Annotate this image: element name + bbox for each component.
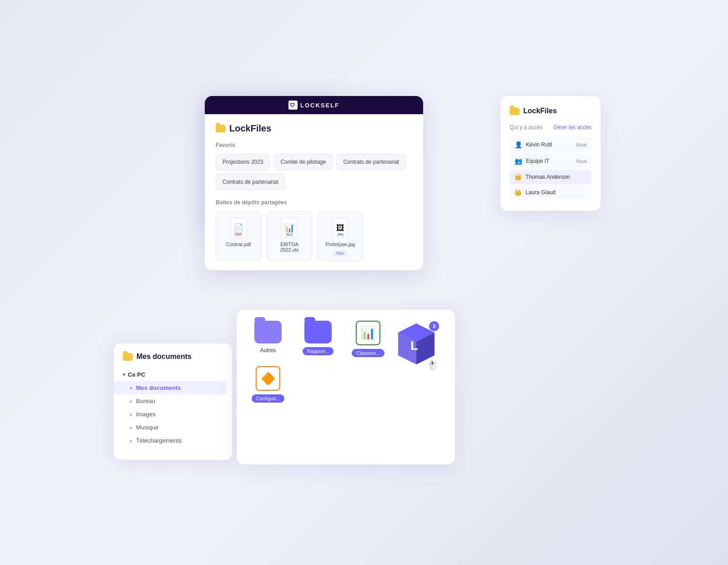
xls-icon: 📊 — [281, 218, 298, 238]
deposit-filename-pdf: Contrat.pdf — [226, 242, 251, 247]
logo-shield-icon: 🛡 — [288, 101, 298, 110]
access-panel-title-row: LockFiles — [510, 107, 592, 115]
access-item-equipe: 👥 Equipe IT Vous — [510, 153, 592, 169]
chevron-down-icon: ▾ — [123, 372, 125, 377]
tree-child-bureau[interactable]: ▸ Bureau — [114, 394, 232, 408]
access-list: 👤 Kévin Rutil Vous 👥 Equipe IT Vous 👑 Th… — [510, 137, 592, 200]
deposit-grid: 📄 Contrat.pdf 📊 EBITDA 2022.xls 🖼 Protot… — [216, 211, 412, 261]
lockself-3d-drop-zone: L 🖱️ 3 — [396, 319, 441, 373]
modal-title: LockFiles — [229, 123, 271, 134]
deposit-card-pdf[interactable]: 📄 Contrat.pdf — [216, 211, 261, 261]
pdf-icon: 📄 — [230, 218, 247, 238]
mes-docs-folder-icon — [123, 353, 133, 361]
file-item-classem[interactable]: 📊 Classem... — [348, 321, 389, 357]
fav-item-contrats1[interactable]: Contrats de partenariat — [336, 154, 406, 170]
chevron-right-icon-4: ▸ — [130, 439, 132, 443]
modal-body: LockFiles Favoris Projections 2023 Comit… — [205, 114, 423, 270]
access-header: Qui y a accès Gérer les accès — [510, 124, 592, 131]
favorites-label: Favoris — [216, 142, 412, 148]
lockself-logo: 🛡 LOCKSELF — [288, 101, 339, 110]
vous-badge-kevin: Vous — [576, 142, 587, 147]
user-name-equipe: Equipe IT — [526, 158, 549, 164]
tree-parent-cepc[interactable]: ▾ Ce PC — [114, 368, 232, 381]
user-info-laura: 👑 Laura Giaud — [514, 189, 556, 196]
vous-badge-equipe: Vous — [576, 158, 587, 164]
tree-child-images[interactable]: ▸ Images — [114, 408, 232, 421]
access-item-laura: 👑 Laura Giaud — [510, 185, 592, 200]
mes-docs-title-row: Mes documents — [114, 353, 232, 368]
modal-folder-icon — [216, 125, 226, 132]
user-info-thomas: 👑 Thomas Anderson — [514, 173, 570, 181]
who-label: Qui y a accès — [510, 124, 543, 131]
manage-access-link[interactable]: Gérer les accès — [553, 124, 592, 131]
tree-child-telechargements[interactable]: ▸ Téléchargements — [114, 434, 232, 447]
modal-header: 🛡 LOCKSELF — [205, 96, 423, 114]
svg-text:L: L — [410, 338, 418, 353]
modal-title-row: LockFiles — [216, 123, 412, 134]
chevron-right-icon-2: ▸ — [130, 412, 132, 417]
orange-file-icon: 🔶 — [256, 366, 280, 391]
group-icon: 👥 — [514, 157, 522, 165]
access-panel-title: LockFiles — [523, 107, 557, 115]
file-item-config[interactable]: 🔶 Configuti... — [248, 366, 288, 403]
file-badge-config: Configuti... — [252, 394, 285, 403]
user-name-thomas: Thomas Anderson — [526, 174, 570, 180]
file-badge-classem: Classem... — [352, 349, 384, 357]
xls-file-icon: 📊 — [356, 321, 380, 345]
deposit-label: Boites de dépôts partagées — [216, 199, 412, 206]
tree-child-mes-docs[interactable]: ▸ Mes documents — [114, 381, 227, 394]
crown-icon-thomas: 👑 — [514, 173, 522, 181]
drag-cursor-icon: 🖱️ — [426, 358, 440, 372]
user-info-equipe: 👥 Equipe IT — [514, 157, 549, 165]
file-item-autres[interactable]: Autres — [248, 321, 288, 353]
file-item-rapport[interactable]: Rapport... — [298, 321, 339, 355]
deposit-card-img[interactable]: 🖼 Prototype.jpg filter — [318, 211, 363, 261]
deposit-card-xls[interactable]: 📊 EBITDA 2022.xls — [267, 211, 312, 261]
user-info-kevin: 👤 Kévin Rutil — [514, 141, 552, 149]
chevron-right-icon-3: ▸ — [130, 425, 132, 430]
user-name-kevin: Kévin Rutil — [526, 141, 552, 148]
main-modal: 🛡 LOCKSELF LockFiles Favoris Projections… — [205, 96, 423, 270]
person-icon: 👤 — [514, 141, 522, 149]
user-name-laura: Laura Giaud — [526, 189, 556, 196]
favorites-grid: Projections 2023 Comité de pilotage Cont… — [216, 154, 412, 190]
fav-item-contrats2[interactable]: Contrats de partenariat — [216, 174, 285, 190]
tree-child-musique[interactable]: ▸ Musique — [114, 421, 232, 434]
crown-icon-laura: 👑 — [514, 189, 522, 196]
deposit-filename-xls: EBITDA 2022.xls — [272, 242, 307, 252]
deposit-badge-img: filter — [334, 251, 346, 256]
mes-docs-title: Mes documents — [136, 353, 192, 361]
folder-rapport-icon — [304, 321, 332, 343]
fav-item-projections[interactable]: Projections 2023 — [216, 154, 270, 170]
access-item-kevin: 👤 Kévin Rutil Vous — [510, 137, 592, 152]
file-drop-area: Autres Rapport... 📊 Classem... 🔶 Configu… — [237, 310, 455, 464]
access-panel-folder-icon — [510, 107, 520, 115]
mes-docs-panel: Mes documents ▾ Ce PC ▸ Mes documents ▸ … — [114, 343, 232, 460]
deposit-filename-img: Prototype.jpg — [326, 242, 355, 247]
file-badge-rapport: Rapport... — [303, 347, 334, 355]
chevron-right-icon-0: ▸ — [130, 386, 132, 390]
file-label-autres: Autres — [260, 347, 276, 353]
folder-autres-icon — [254, 321, 282, 343]
fav-item-comite[interactable]: Comité de pilotage — [273, 154, 333, 170]
access-item-thomas: 👑 Thomas Anderson — [510, 170, 592, 184]
chevron-right-icon-1: ▸ — [130, 399, 132, 404]
mes-docs-tree: ▾ Ce PC ▸ Mes documents ▸ Bureau ▸ Image… — [114, 368, 232, 451]
lockfiles-access-panel: LockFiles Qui y a accès Gérer les accès … — [500, 96, 601, 211]
drag-count-badge: 3 — [429, 321, 439, 331]
img-icon: 🖼 — [332, 218, 349, 238]
